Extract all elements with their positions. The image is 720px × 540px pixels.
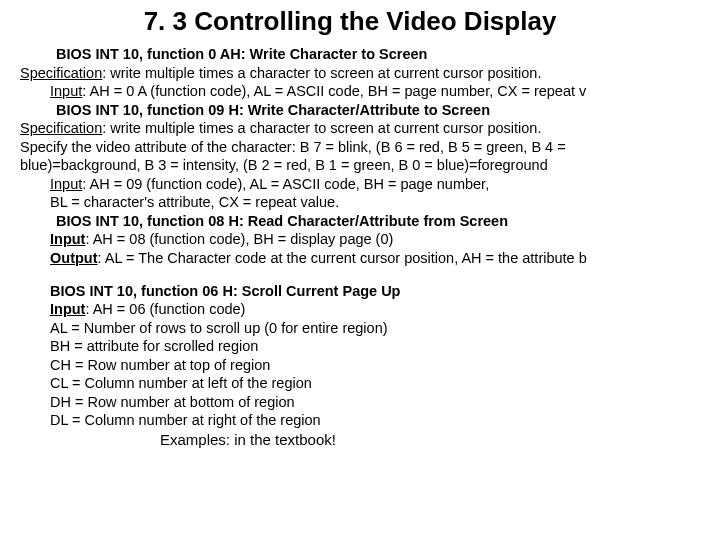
bios-label: BIOS bbox=[56, 102, 91, 118]
output-label: Output bbox=[50, 250, 98, 266]
sec4: BIOS INT 10, function 06 H: Scroll Curre… bbox=[20, 282, 720, 430]
sec1-spec: Specification: write multiple times a ch… bbox=[20, 64, 720, 83]
sec3-input-text: : AH = 08 (function code), BH = display … bbox=[85, 231, 393, 247]
sec2-heading-rest: INT 10, function 09 H: Write Character/A… bbox=[91, 102, 490, 118]
sec4-input: Input: AH = 06 (function code) bbox=[20, 300, 720, 319]
sec3-heading: BIOS INT 10, function 08 H: Read Charact… bbox=[20, 212, 720, 231]
input-label: Input bbox=[50, 176, 82, 192]
sec2-heading: BIOS INT 10, function 09 H: Write Charac… bbox=[20, 101, 720, 120]
sec4-l6: DH = Row number at bottom of region bbox=[20, 393, 720, 412]
spec-label: Specification bbox=[20, 65, 102, 81]
sec4-l5: CL = Column number at left of the region bbox=[20, 374, 720, 393]
sec1-input: Input: AH = 0 A (function code), AL = AS… bbox=[20, 82, 720, 101]
bios-label: BIOS bbox=[56, 46, 91, 62]
sec3-heading-rest: INT 10, function 08 H: Read Character/At… bbox=[91, 213, 508, 229]
input-label: Input bbox=[50, 83, 82, 99]
sec1-input-text: : AH = 0 A (function code), AL = ASCII c… bbox=[82, 83, 586, 99]
sec4-input-text: : AH = 06 (function code) bbox=[85, 301, 245, 317]
sec3-output-text: : AL = The Character code at the current… bbox=[98, 250, 587, 266]
sec4-l7: DL = Column number at right of the regio… bbox=[20, 411, 720, 430]
page: 7. 3 Controlling the Video Display BIOS … bbox=[0, 0, 720, 449]
body: BIOS INT 10, function 0 AH: Write Charac… bbox=[20, 45, 720, 449]
bios-label: BIOS bbox=[50, 283, 85, 299]
sec2-spec-line1: Specification: write multiple times a ch… bbox=[20, 119, 720, 138]
sec4-heading-rest: INT 10, function 06 H: Scroll Current Pa… bbox=[85, 283, 400, 299]
sec3-output: Output: AL = The Character code at the c… bbox=[20, 249, 720, 268]
sec2-spec-line3: blue)=background, B 3 = intensity, (B 2 … bbox=[20, 156, 720, 175]
section-title: 7. 3 Controlling the Video Display bbox=[20, 6, 720, 37]
sec4-heading: BIOS INT 10, function 06 H: Scroll Curre… bbox=[20, 282, 720, 301]
sec2-input-line1: Input: AH = 09 (function code), AL = ASC… bbox=[20, 175, 720, 194]
sec4-l3: BH = attribute for scrolled region bbox=[20, 337, 720, 356]
sec1-spec-text: : write multiple times a character to sc… bbox=[102, 65, 541, 81]
sec2-input-line2: BL = character's attribute, CX = repeat … bbox=[20, 193, 720, 212]
sec2-spec-line2: Specify the video attribute of the chara… bbox=[20, 138, 720, 157]
sec2-input-text1: : AH = 09 (function code), AL = ASCII co… bbox=[82, 176, 489, 192]
sec3-input: Input: AH = 08 (function code), BH = dis… bbox=[20, 230, 720, 249]
bios-label: BIOS bbox=[56, 213, 91, 229]
examples-note: Examples: in the textbook! bbox=[20, 430, 720, 449]
sec1-heading-rest: INT 10, function 0 AH: Write Character t… bbox=[91, 46, 427, 62]
sec4-l4: CH = Row number at top of region bbox=[20, 356, 720, 375]
sec1-heading: BIOS INT 10, function 0 AH: Write Charac… bbox=[20, 45, 720, 64]
spec-label: Specification bbox=[20, 120, 102, 136]
sec4-l2: AL = Number of rows to scroll up (0 for … bbox=[20, 319, 720, 338]
input-label: Input bbox=[50, 301, 85, 317]
input-label: Input bbox=[50, 231, 85, 247]
sec2-spec-text1: : write multiple times a character to sc… bbox=[102, 120, 541, 136]
